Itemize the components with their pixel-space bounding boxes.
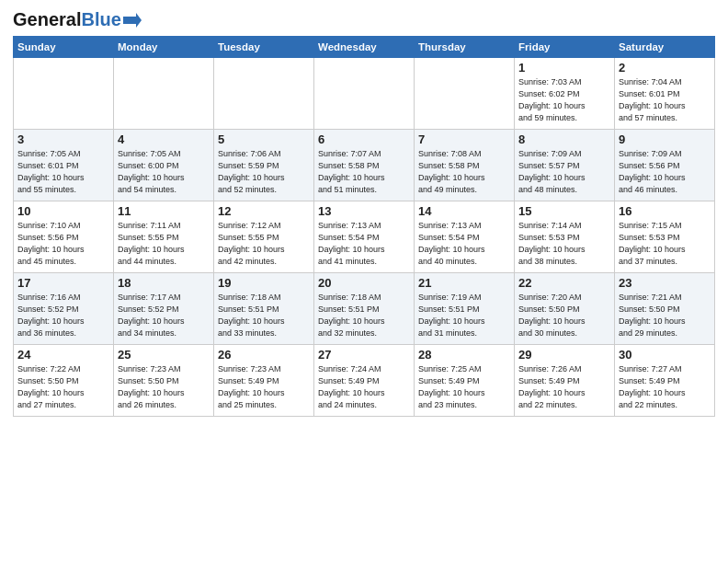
day-number: 24 (17, 348, 109, 362)
calendar-cell: 7Sunrise: 7:08 AM Sunset: 5:58 PM Daylig… (415, 130, 515, 201)
day-info: Sunrise: 7:05 AM Sunset: 6:00 PM Dayligh… (118, 148, 210, 196)
day-info: Sunrise: 7:09 AM Sunset: 5:57 PM Dayligh… (518, 148, 610, 196)
day-info: Sunrise: 7:23 AM Sunset: 5:50 PM Dayligh… (118, 363, 210, 411)
calendar-cell (314, 58, 415, 130)
day-number: 26 (218, 348, 310, 362)
col-header-tuesday: Tuesday (214, 37, 314, 58)
day-info: Sunrise: 7:18 AM Sunset: 5:51 PM Dayligh… (218, 292, 310, 339)
day-number: 28 (418, 348, 510, 362)
day-number: 3 (17, 132, 109, 146)
day-number: 14 (418, 204, 510, 218)
day-number: 4 (118, 132, 210, 146)
day-info: Sunrise: 7:05 AM Sunset: 6:01 PM Dayligh… (17, 148, 109, 196)
day-number: 15 (518, 204, 610, 218)
col-header-friday: Friday (515, 37, 615, 58)
day-info: Sunrise: 7:14 AM Sunset: 5:53 PM Dayligh… (518, 220, 610, 268)
calendar-week-row: 24Sunrise: 7:22 AM Sunset: 5:50 PM Dayli… (14, 345, 715, 417)
col-header-wednesday: Wednesday (314, 37, 415, 58)
calendar-cell: 4Sunrise: 7:05 AM Sunset: 6:00 PM Daylig… (114, 130, 214, 201)
calendar-cell: 16Sunrise: 7:15 AM Sunset: 5:53 PM Dayli… (615, 201, 715, 273)
day-number: 22 (518, 276, 610, 290)
day-number: 16 (619, 204, 711, 218)
calendar-cell: 15Sunrise: 7:14 AM Sunset: 5:53 PM Dayli… (515, 201, 615, 273)
day-number: 30 (619, 348, 711, 362)
calendar-cell: 3Sunrise: 7:05 AM Sunset: 6:01 PM Daylig… (14, 130, 114, 201)
day-info: Sunrise: 7:19 AM Sunset: 5:51 PM Dayligh… (418, 292, 510, 339)
calendar-cell: 8Sunrise: 7:09 AM Sunset: 5:57 PM Daylig… (515, 130, 615, 201)
day-info: Sunrise: 7:03 AM Sunset: 6:02 PM Dayligh… (518, 76, 610, 124)
day-info: Sunrise: 7:11 AM Sunset: 5:55 PM Dayligh… (118, 220, 210, 268)
day-number: 5 (218, 132, 310, 146)
col-header-sunday: Sunday (14, 37, 114, 58)
day-number: 11 (118, 204, 210, 218)
calendar-cell (114, 58, 214, 130)
day-info: Sunrise: 7:17 AM Sunset: 5:52 PM Dayligh… (118, 292, 210, 339)
day-number: 17 (17, 276, 109, 290)
col-header-thursday: Thursday (415, 37, 515, 58)
day-info: Sunrise: 7:26 AM Sunset: 5:49 PM Dayligh… (518, 363, 610, 411)
day-info: Sunrise: 7:23 AM Sunset: 5:49 PM Dayligh… (218, 363, 310, 411)
day-number: 21 (418, 276, 510, 290)
day-info: Sunrise: 7:13 AM Sunset: 5:54 PM Dayligh… (418, 220, 510, 268)
day-number: 18 (118, 276, 210, 290)
day-number: 19 (218, 276, 310, 290)
day-number: 2 (619, 61, 711, 75)
calendar-cell: 19Sunrise: 7:18 AM Sunset: 5:51 PM Dayli… (214, 273, 314, 345)
calendar-cell: 28Sunrise: 7:25 AM Sunset: 5:49 PM Dayli… (415, 345, 515, 417)
calendar-cell (214, 58, 314, 130)
day-info: Sunrise: 7:10 AM Sunset: 5:56 PM Dayligh… (17, 220, 109, 268)
day-number: 1 (518, 61, 610, 75)
header: GeneralBlue (13, 9, 715, 30)
calendar-cell: 1Sunrise: 7:03 AM Sunset: 6:02 PM Daylig… (515, 58, 615, 130)
calendar-table: SundayMondayTuesdayWednesdayThursdayFrid… (13, 36, 715, 417)
calendar-cell: 24Sunrise: 7:22 AM Sunset: 5:50 PM Dayli… (14, 345, 114, 417)
svg-marker-0 (123, 13, 142, 28)
calendar-cell: 5Sunrise: 7:06 AM Sunset: 5:59 PM Daylig… (214, 130, 314, 201)
day-number: 27 (318, 348, 410, 362)
day-number: 8 (518, 132, 610, 146)
day-number: 25 (118, 348, 210, 362)
calendar-cell: 17Sunrise: 7:16 AM Sunset: 5:52 PM Dayli… (14, 273, 114, 345)
calendar-cell (14, 58, 114, 130)
col-header-saturday: Saturday (615, 37, 715, 58)
day-number: 7 (418, 132, 510, 146)
day-number: 23 (619, 276, 711, 290)
day-info: Sunrise: 7:13 AM Sunset: 5:54 PM Dayligh… (318, 220, 410, 268)
calendar-cell: 20Sunrise: 7:18 AM Sunset: 5:51 PM Dayli… (314, 273, 415, 345)
calendar-cell: 18Sunrise: 7:17 AM Sunset: 5:52 PM Dayli… (114, 273, 214, 345)
calendar-header-row: SundayMondayTuesdayWednesdayThursdayFrid… (14, 37, 715, 58)
calendar-cell: 10Sunrise: 7:10 AM Sunset: 5:56 PM Dayli… (14, 201, 114, 273)
logo-arrow-icon (123, 13, 142, 28)
calendar-cell (415, 58, 515, 130)
calendar-week-row: 1Sunrise: 7:03 AM Sunset: 6:02 PM Daylig… (14, 58, 715, 130)
day-info: Sunrise: 7:16 AM Sunset: 5:52 PM Dayligh… (17, 292, 109, 339)
calendar-cell: 25Sunrise: 7:23 AM Sunset: 5:50 PM Dayli… (114, 345, 214, 417)
day-info: Sunrise: 7:24 AM Sunset: 5:49 PM Dayligh… (318, 363, 410, 411)
day-info: Sunrise: 7:25 AM Sunset: 5:49 PM Dayligh… (418, 363, 510, 411)
calendar-cell: 12Sunrise: 7:12 AM Sunset: 5:55 PM Dayli… (214, 201, 314, 273)
calendar-cell: 14Sunrise: 7:13 AM Sunset: 5:54 PM Dayli… (415, 201, 515, 273)
day-info: Sunrise: 7:04 AM Sunset: 6:01 PM Dayligh… (619, 76, 711, 124)
calendar-cell: 26Sunrise: 7:23 AM Sunset: 5:49 PM Dayli… (214, 345, 314, 417)
calendar-cell: 2Sunrise: 7:04 AM Sunset: 6:01 PM Daylig… (615, 58, 715, 130)
calendar-cell: 22Sunrise: 7:20 AM Sunset: 5:50 PM Dayli… (515, 273, 615, 345)
calendar-cell: 9Sunrise: 7:09 AM Sunset: 5:56 PM Daylig… (615, 130, 715, 201)
calendar-cell: 13Sunrise: 7:13 AM Sunset: 5:54 PM Dayli… (314, 201, 415, 273)
calendar-cell: 21Sunrise: 7:19 AM Sunset: 5:51 PM Dayli… (415, 273, 515, 345)
day-info: Sunrise: 7:21 AM Sunset: 5:50 PM Dayligh… (619, 292, 711, 339)
calendar-week-row: 3Sunrise: 7:05 AM Sunset: 6:01 PM Daylig… (14, 130, 715, 201)
day-number: 29 (518, 348, 610, 362)
page-container: GeneralBlue SundayMondayTuesdayWednesday… (0, 0, 728, 424)
calendar-cell: 11Sunrise: 7:11 AM Sunset: 5:55 PM Dayli… (114, 201, 214, 273)
day-number: 13 (318, 204, 410, 218)
day-info: Sunrise: 7:27 AM Sunset: 5:49 PM Dayligh… (619, 363, 711, 411)
day-info: Sunrise: 7:20 AM Sunset: 5:50 PM Dayligh… (518, 292, 610, 339)
logo: GeneralBlue (13, 9, 142, 30)
day-info: Sunrise: 7:09 AM Sunset: 5:56 PM Dayligh… (619, 148, 711, 196)
calendar-cell: 6Sunrise: 7:07 AM Sunset: 5:58 PM Daylig… (314, 130, 415, 201)
day-number: 9 (619, 132, 711, 146)
day-info: Sunrise: 7:12 AM Sunset: 5:55 PM Dayligh… (218, 220, 310, 268)
day-info: Sunrise: 7:08 AM Sunset: 5:58 PM Dayligh… (418, 148, 510, 196)
day-number: 12 (218, 204, 310, 218)
day-info: Sunrise: 7:06 AM Sunset: 5:59 PM Dayligh… (218, 148, 310, 196)
